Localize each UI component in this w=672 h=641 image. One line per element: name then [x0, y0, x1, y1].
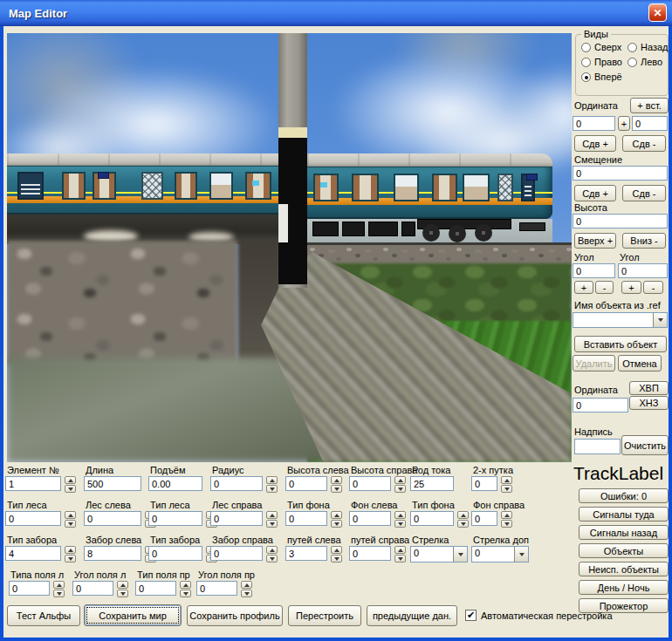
field-input[interactable]	[285, 546, 327, 561]
map-viewport[interactable]	[7, 33, 572, 462]
insert-object-button[interactable]: Вставить объект	[574, 336, 667, 352]
field-spinner[interactable]	[457, 511, 469, 528]
field-input[interactable]	[5, 511, 61, 526]
spinner-up-button[interactable]	[331, 511, 342, 519]
combo-arrow-button[interactable]	[653, 313, 667, 327]
clear-button[interactable]: Очистить	[621, 435, 669, 455]
spinner-down-button[interactable]	[394, 520, 406, 528]
angle-right-plus-button[interactable]: +	[621, 281, 641, 294]
spinner-up-button[interactable]	[65, 476, 76, 484]
height-down-button[interactable]: Вниз -	[622, 233, 666, 249]
angle-left-input[interactable]	[573, 263, 615, 278]
spinner-down-button[interactable]	[501, 485, 512, 493]
field-spinner[interactable]	[501, 511, 512, 528]
field-input[interactable]	[196, 581, 237, 596]
view-option-0[interactable]: Сверх	[581, 42, 627, 52]
object-ref-combobox[interactable]	[573, 312, 668, 328]
field-spinner[interactable]	[65, 546, 76, 563]
field-spinner[interactable]	[394, 511, 406, 528]
field-spinner[interactable]	[394, 546, 406, 563]
spinner-up-button[interactable]	[180, 581, 191, 589]
field-spinner[interactable]	[266, 546, 278, 563]
spinner-up-button[interactable]	[241, 581, 252, 589]
field-combobox[interactable]: 0	[471, 546, 529, 563]
offset-input[interactable]	[573, 166, 668, 181]
spinner-up-button[interactable]	[53, 581, 65, 589]
spinner-down-button[interactable]	[394, 555, 406, 563]
field-spinner[interactable]	[266, 511, 278, 528]
spinner-down-button[interactable]	[394, 485, 406, 493]
xvp-button[interactable]: ХВП	[629, 381, 669, 395]
save-profile-button[interactable]: Сохранить профиль	[187, 605, 283, 626]
save-world-button[interactable]: Сохранить мир	[84, 604, 182, 626]
spinner-up-button[interactable]	[266, 546, 278, 554]
side-button-3[interactable]: Объекты	[579, 543, 669, 558]
spinner-down-button[interactable]	[65, 520, 76, 528]
field-spinner[interactable]	[266, 476, 278, 493]
spinner-down-button[interactable]	[331, 520, 342, 528]
ordinate-plus-button[interactable]: +	[618, 116, 630, 131]
spinner-up-button[interactable]	[65, 511, 76, 519]
field-spinner[interactable]	[117, 581, 128, 597]
rebuild-button[interactable]: Перестроить	[288, 605, 361, 626]
test-alpha-button[interactable]: Тест Альфы	[7, 605, 80, 626]
spinner-up-button[interactable]	[501, 511, 512, 519]
spinner-up-button[interactable]	[266, 511, 278, 519]
spinner-down-button[interactable]	[331, 555, 342, 563]
spinner-down-button[interactable]	[331, 485, 342, 493]
field-input[interactable]	[285, 511, 327, 526]
shift-plus-button[interactable]: Сдв +	[574, 135, 616, 152]
shift-minus-button[interactable]: Сдв -	[622, 135, 666, 152]
view-option-3[interactable]: Лево	[627, 57, 669, 67]
spinner-down-button[interactable]	[53, 590, 65, 597]
side-button-0[interactable]: Ошибки: 0	[579, 488, 669, 503]
field-input[interactable]	[210, 511, 263, 526]
field-spinner[interactable]	[241, 581, 252, 597]
auto-rebuild-checkbox[interactable]: ✔	[465, 610, 477, 621]
field-input[interactable]	[349, 546, 391, 561]
spinner-up-button[interactable]	[457, 511, 469, 519]
spinner-down-button[interactable]	[457, 520, 469, 528]
spinner-up-button[interactable]	[117, 581, 128, 589]
field-input[interactable]	[471, 476, 497, 491]
field-input[interactable]	[471, 511, 497, 526]
xnz-button[interactable]: ХНЗ	[629, 396, 669, 410]
previous-data-button[interactable]: предыдущие дан.	[367, 605, 457, 626]
spinner-up-button[interactable]	[65, 546, 76, 554]
spinner-up-button[interactable]	[266, 476, 278, 484]
field-input[interactable]	[210, 546, 263, 561]
spinner-down-button[interactable]	[241, 590, 252, 597]
field-spinner[interactable]	[180, 581, 191, 597]
field-input[interactable]	[5, 546, 61, 561]
view-option-4[interactable]: Вперё	[581, 72, 627, 82]
field-input[interactable]	[148, 511, 202, 526]
height-input[interactable]	[573, 214, 668, 228]
field-input[interactable]	[285, 476, 327, 491]
side-button-2[interactable]: Сигналы назад	[579, 525, 669, 540]
field-input[interactable]	[349, 511, 391, 526]
field-input[interactable]	[135, 581, 176, 596]
spinner-down-button[interactable]	[117, 590, 128, 597]
field-spinner[interactable]	[331, 476, 342, 493]
spinner-down-button[interactable]	[180, 590, 191, 597]
field-input[interactable]	[410, 511, 454, 526]
angle-right-input[interactable]	[618, 263, 668, 278]
field-spinner[interactable]	[331, 511, 342, 528]
side-button-5[interactable]: День / Ночь	[579, 580, 669, 595]
field-spinner[interactable]	[331, 546, 342, 563]
spinner-down-button[interactable]	[266, 520, 278, 528]
field-input[interactable]	[84, 511, 141, 526]
spinner-down-button[interactable]	[266, 555, 278, 563]
side-button-4[interactable]: Неисп. объекты	[579, 562, 669, 576]
field-input[interactable]	[84, 546, 141, 561]
field-spinner[interactable]	[53, 581, 65, 597]
delete-button[interactable]: Удалить	[573, 355, 615, 372]
field-input[interactable]	[210, 476, 263, 491]
spinner-down-button[interactable]	[65, 555, 76, 563]
field-input[interactable]	[148, 546, 202, 561]
close-button[interactable]: ✕	[648, 3, 667, 22]
offset-shift-minus-button[interactable]: Сдв -	[622, 185, 666, 201]
caption-input[interactable]	[574, 439, 621, 454]
combo-arrow-button[interactable]	[453, 547, 467, 562]
spinner-up-button[interactable]	[331, 546, 342, 554]
